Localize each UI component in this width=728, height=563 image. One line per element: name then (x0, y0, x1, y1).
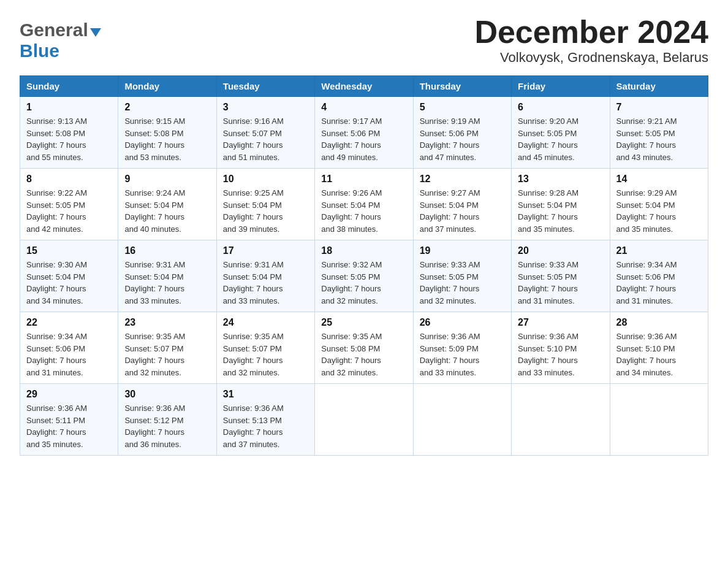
day-number: 15 (26, 245, 112, 256)
calendar-cell: 9Sunrise: 9:24 AMSunset: 5:04 PMDaylight… (118, 169, 216, 240)
logo-blue-text: Blue (20, 40, 59, 61)
calendar-cell: 21Sunrise: 9:34 AMSunset: 5:06 PMDayligh… (610, 240, 708, 312)
day-number: 7 (616, 102, 702, 113)
day-info: Sunrise: 9:27 AMSunset: 5:04 PMDaylight:… (420, 187, 505, 235)
header-friday: Friday (512, 76, 610, 97)
day-info: Sunrise: 9:34 AMSunset: 5:06 PMDaylight:… (26, 331, 112, 378)
calendar-cell: 24Sunrise: 9:35 AMSunset: 5:07 PMDayligh… (216, 312, 314, 384)
day-number: 13 (518, 174, 603, 185)
calendar-cell (413, 384, 511, 456)
calendar-cell: 31Sunrise: 9:36 AMSunset: 5:13 PMDayligh… (216, 384, 314, 456)
day-info: Sunrise: 9:21 AMSunset: 5:05 PMDaylight:… (616, 115, 702, 163)
calendar-cell: 27Sunrise: 9:36 AMSunset: 5:10 PMDayligh… (512, 312, 610, 384)
calendar-cell: 3Sunrise: 9:16 AMSunset: 5:07 PMDaylight… (216, 97, 314, 169)
day-number: 23 (124, 317, 210, 328)
day-info: Sunrise: 9:32 AMSunset: 5:05 PMDaylight:… (321, 259, 406, 307)
calendar-cell: 6Sunrise: 9:20 AMSunset: 5:05 PMDaylight… (512, 97, 610, 169)
day-number: 11 (321, 174, 406, 185)
day-info: Sunrise: 9:33 AMSunset: 5:05 PMDaylight:… (420, 259, 505, 307)
calendar-cell: 2Sunrise: 9:15 AMSunset: 5:08 PMDaylight… (118, 97, 216, 169)
day-number: 18 (321, 245, 406, 256)
calendar-cell: 11Sunrise: 9:26 AMSunset: 5:04 PMDayligh… (315, 169, 413, 240)
logo-triangle-icon (90, 28, 101, 37)
day-number: 30 (124, 389, 210, 400)
day-info: Sunrise: 9:24 AMSunset: 5:04 PMDaylight:… (124, 187, 210, 235)
header-monday: Monday (118, 76, 216, 97)
title-block: December 2024 Volkovysk, Grodnenskaya, B… (474, 15, 708, 66)
header-saturday: Saturday (610, 76, 708, 97)
day-info: Sunrise: 9:34 AMSunset: 5:06 PMDaylight:… (616, 259, 702, 307)
day-info: Sunrise: 9:29 AMSunset: 5:04 PMDaylight:… (616, 187, 702, 235)
day-info: Sunrise: 9:36 AMSunset: 5:09 PMDaylight:… (420, 331, 505, 378)
day-number: 25 (321, 317, 406, 328)
day-number: 20 (518, 245, 603, 256)
logo-general-text: General (20, 20, 88, 40)
day-info: Sunrise: 9:19 AMSunset: 5:06 PMDaylight:… (420, 115, 505, 163)
day-info: Sunrise: 9:36 AMSunset: 5:10 PMDaylight:… (616, 331, 702, 378)
day-info: Sunrise: 9:28 AMSunset: 5:04 PMDaylight:… (518, 187, 603, 235)
day-number: 31 (223, 389, 308, 400)
header-wednesday: Wednesday (315, 76, 413, 97)
day-number: 12 (420, 174, 505, 185)
day-number: 17 (223, 245, 308, 256)
week-row-3: 15Sunrise: 9:30 AMSunset: 5:04 PMDayligh… (20, 240, 708, 312)
day-info: Sunrise: 9:36 AMSunset: 5:13 PMDaylight:… (223, 402, 308, 450)
day-number: 10 (223, 174, 308, 185)
day-info: Sunrise: 9:36 AMSunset: 5:12 PMDaylight:… (124, 402, 210, 450)
day-number: 9 (124, 174, 210, 185)
calendar-cell: 14Sunrise: 9:29 AMSunset: 5:04 PMDayligh… (610, 169, 708, 240)
calendar-cell: 16Sunrise: 9:31 AMSunset: 5:04 PMDayligh… (118, 240, 216, 312)
calendar-cell (512, 384, 610, 456)
day-number: 27 (518, 317, 603, 328)
day-number: 28 (616, 317, 702, 328)
calendar-cell: 17Sunrise: 9:31 AMSunset: 5:04 PMDayligh… (216, 240, 314, 312)
header-thursday: Thursday (413, 76, 511, 97)
day-info: Sunrise: 9:31 AMSunset: 5:04 PMDaylight:… (124, 259, 210, 307)
calendar-cell: 12Sunrise: 9:27 AMSunset: 5:04 PMDayligh… (413, 169, 511, 240)
day-number: 21 (616, 245, 702, 256)
day-number: 19 (420, 245, 505, 256)
day-number: 22 (26, 317, 112, 328)
day-number: 29 (26, 389, 112, 400)
day-info: Sunrise: 9:36 AMSunset: 5:11 PMDaylight:… (26, 402, 112, 450)
calendar-cell: 13Sunrise: 9:28 AMSunset: 5:04 PMDayligh… (512, 169, 610, 240)
week-row-1: 1Sunrise: 9:13 AMSunset: 5:08 PMDaylight… (20, 97, 708, 169)
calendar-cell: 26Sunrise: 9:36 AMSunset: 5:09 PMDayligh… (413, 312, 511, 384)
day-info: Sunrise: 9:33 AMSunset: 5:05 PMDaylight:… (518, 259, 603, 307)
logo: General Blue (20, 20, 101, 61)
day-number: 4 (321, 102, 406, 113)
day-number: 2 (124, 102, 210, 113)
day-number: 1 (26, 102, 112, 113)
day-number: 8 (26, 174, 112, 185)
day-number: 26 (420, 317, 505, 328)
calendar-cell: 20Sunrise: 9:33 AMSunset: 5:05 PMDayligh… (512, 240, 610, 312)
calendar-header-row: SundayMondayTuesdayWednesdayThursdayFrid… (20, 76, 708, 97)
calendar-cell: 23Sunrise: 9:35 AMSunset: 5:07 PMDayligh… (118, 312, 216, 384)
calendar-table: SundayMondayTuesdayWednesdayThursdayFrid… (20, 75, 708, 456)
calendar-cell: 15Sunrise: 9:30 AMSunset: 5:04 PMDayligh… (20, 240, 118, 312)
week-row-4: 22Sunrise: 9:34 AMSunset: 5:06 PMDayligh… (20, 312, 708, 384)
day-info: Sunrise: 9:25 AMSunset: 5:04 PMDaylight:… (223, 187, 308, 235)
week-row-5: 29Sunrise: 9:36 AMSunset: 5:11 PMDayligh… (20, 384, 708, 456)
calendar-title: December 2024 (474, 15, 708, 50)
day-number: 16 (124, 245, 210, 256)
day-info: Sunrise: 9:20 AMSunset: 5:05 PMDaylight:… (518, 115, 603, 163)
calendar-cell (315, 384, 413, 456)
header: General Blue December 2024 Volkovysk, Gr… (20, 15, 708, 66)
day-info: Sunrise: 9:15 AMSunset: 5:08 PMDaylight:… (124, 115, 210, 163)
calendar-cell: 19Sunrise: 9:33 AMSunset: 5:05 PMDayligh… (413, 240, 511, 312)
day-number: 3 (223, 102, 308, 113)
calendar-cell (610, 384, 708, 456)
calendar-cell: 5Sunrise: 9:19 AMSunset: 5:06 PMDaylight… (413, 97, 511, 169)
calendar-cell: 28Sunrise: 9:36 AMSunset: 5:10 PMDayligh… (610, 312, 708, 384)
calendar-cell: 4Sunrise: 9:17 AMSunset: 5:06 PMDaylight… (315, 97, 413, 169)
calendar-subtitle: Volkovysk, Grodnenskaya, Belarus (474, 50, 708, 66)
day-info: Sunrise: 9:35 AMSunset: 5:07 PMDaylight:… (124, 331, 210, 378)
week-row-2: 8Sunrise: 9:22 AMSunset: 5:05 PMDaylight… (20, 169, 708, 240)
day-info: Sunrise: 9:17 AMSunset: 5:06 PMDaylight:… (321, 115, 406, 163)
calendar-cell: 25Sunrise: 9:35 AMSunset: 5:08 PMDayligh… (315, 312, 413, 384)
day-info: Sunrise: 9:35 AMSunset: 5:07 PMDaylight:… (223, 331, 308, 378)
day-info: Sunrise: 9:26 AMSunset: 5:04 PMDaylight:… (321, 187, 406, 235)
day-info: Sunrise: 9:35 AMSunset: 5:08 PMDaylight:… (321, 331, 406, 378)
day-number: 5 (420, 102, 505, 113)
